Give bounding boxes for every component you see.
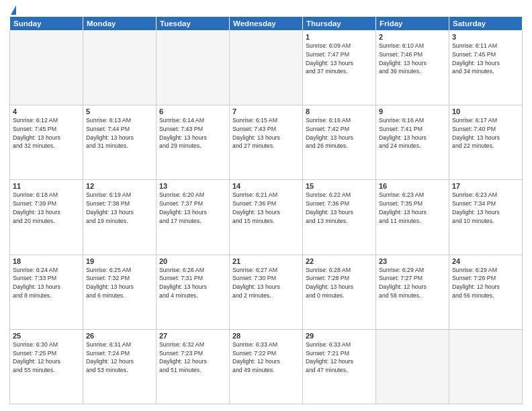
calendar-cell: 24Sunrise: 6:29 AMSunset: 7:26 PMDayligh… xyxy=(449,255,523,329)
day-info: Sunrise: 6:33 AMSunset: 7:21 PMDaylight:… xyxy=(306,340,373,375)
calendar-week-0: 1Sunrise: 6:09 AMSunset: 7:47 PMDaylight… xyxy=(10,31,523,105)
calendar-cell: 3Sunrise: 6:11 AMSunset: 7:45 PMDaylight… xyxy=(449,31,523,105)
day-info: Sunrise: 6:27 AMSunset: 7:30 PMDaylight:… xyxy=(232,266,300,300)
calendar-cell: 14Sunrise: 6:21 AMSunset: 7:36 PMDayligh… xyxy=(230,180,303,255)
day-number: 5 xyxy=(86,107,153,116)
day-info: Sunrise: 6:10 AMSunset: 7:46 PMDaylight:… xyxy=(379,42,446,76)
calendar-cell: 28Sunrise: 6:33 AMSunset: 7:22 PMDayligh… xyxy=(230,329,303,404)
day-info: Sunrise: 6:23 AMSunset: 7:34 PMDaylight:… xyxy=(452,191,519,225)
calendar-week-2: 11Sunrise: 6:18 AMSunset: 7:39 PMDayligh… xyxy=(10,180,523,255)
day-number: 9 xyxy=(379,107,446,116)
day-number: 26 xyxy=(86,332,153,340)
day-info: Sunrise: 6:32 AMSunset: 7:23 PMDaylight:… xyxy=(159,340,226,375)
day-number: 13 xyxy=(159,182,226,190)
calendar-cell: 26Sunrise: 6:31 AMSunset: 7:24 PMDayligh… xyxy=(83,329,157,404)
day-info: Sunrise: 6:21 AMSunset: 7:36 PMDaylight:… xyxy=(232,191,300,225)
calendar-cell xyxy=(230,31,303,105)
calendar-cell: 27Sunrise: 6:32 AMSunset: 7:23 PMDayligh… xyxy=(157,329,230,404)
day-number: 14 xyxy=(232,182,300,190)
calendar-cell: 17Sunrise: 6:23 AMSunset: 7:34 PMDayligh… xyxy=(449,180,523,255)
calendar-cell: 20Sunrise: 6:26 AMSunset: 7:31 PMDayligh… xyxy=(157,255,230,329)
calendar-cell: 1Sunrise: 6:09 AMSunset: 7:47 PMDaylight… xyxy=(303,31,376,105)
calendar-cell xyxy=(449,329,523,404)
day-info: Sunrise: 6:09 AMSunset: 7:47 PMDaylight:… xyxy=(306,42,373,76)
calendar-cell: 22Sunrise: 6:28 AMSunset: 7:28 PMDayligh… xyxy=(303,255,376,329)
calendar-cell: 16Sunrise: 6:23 AMSunset: 7:35 PMDayligh… xyxy=(376,180,449,255)
calendar-cell xyxy=(376,329,449,404)
day-number: 28 xyxy=(232,332,300,340)
calendar-cell: 23Sunrise: 6:29 AMSunset: 7:27 PMDayligh… xyxy=(376,255,449,329)
day-info: Sunrise: 6:12 AMSunset: 7:45 PMDaylight:… xyxy=(13,116,80,150)
day-number: 24 xyxy=(452,257,519,265)
calendar-cell xyxy=(10,31,83,105)
calendar-header-sunday: Sunday xyxy=(10,17,83,31)
day-number: 25 xyxy=(13,332,80,340)
day-number: 2 xyxy=(379,33,446,41)
day-number: 23 xyxy=(379,257,446,265)
day-info: Sunrise: 6:29 AMSunset: 7:26 PMDaylight:… xyxy=(452,266,519,300)
day-number: 22 xyxy=(306,257,373,265)
calendar-cell: 29Sunrise: 6:33 AMSunset: 7:21 PMDayligh… xyxy=(303,329,376,404)
calendar-cell: 19Sunrise: 6:25 AMSunset: 7:32 PMDayligh… xyxy=(83,255,157,329)
page: SundayMondayTuesdayWednesdayThursdayFrid… xyxy=(0,0,532,411)
day-number: 3 xyxy=(452,33,519,41)
calendar-header-saturday: Saturday xyxy=(449,17,523,31)
calendar-header-friday: Friday xyxy=(376,17,449,31)
day-number: 1 xyxy=(306,33,373,41)
calendar-cell: 15Sunrise: 6:22 AMSunset: 7:36 PMDayligh… xyxy=(303,180,376,255)
day-info: Sunrise: 6:30 AMSunset: 7:25 PMDaylight:… xyxy=(13,340,80,375)
logo xyxy=(9,7,16,15)
day-info: Sunrise: 6:23 AMSunset: 7:35 PMDaylight:… xyxy=(379,191,446,225)
calendar-cell: 8Sunrise: 6:16 AMSunset: 7:42 PMDaylight… xyxy=(303,105,376,180)
header xyxy=(9,7,523,15)
day-number: 8 xyxy=(306,107,373,116)
calendar-header-wednesday: Wednesday xyxy=(230,17,303,31)
day-number: 18 xyxy=(13,257,80,265)
day-number: 15 xyxy=(306,182,373,190)
day-number: 29 xyxy=(306,332,373,340)
calendar-cell: 7Sunrise: 6:15 AMSunset: 7:43 PMDaylight… xyxy=(230,105,303,180)
calendar-cell: 13Sunrise: 6:20 AMSunset: 7:37 PMDayligh… xyxy=(157,180,230,255)
calendar-cell: 10Sunrise: 6:17 AMSunset: 7:40 PMDayligh… xyxy=(449,105,523,180)
calendar-cell: 12Sunrise: 6:19 AMSunset: 7:38 PMDayligh… xyxy=(83,180,157,255)
day-info: Sunrise: 6:29 AMSunset: 7:27 PMDaylight:… xyxy=(379,266,446,300)
day-info: Sunrise: 6:33 AMSunset: 7:22 PMDaylight:… xyxy=(232,340,300,375)
calendar-header-row: SundayMondayTuesdayWednesdayThursdayFrid… xyxy=(10,17,523,31)
calendar-week-3: 18Sunrise: 6:24 AMSunset: 7:33 PMDayligh… xyxy=(10,255,523,329)
calendar-cell: 9Sunrise: 6:16 AMSunset: 7:41 PMDaylight… xyxy=(376,105,449,180)
calendar-cell: 4Sunrise: 6:12 AMSunset: 7:45 PMDaylight… xyxy=(10,105,83,180)
day-info: Sunrise: 6:26 AMSunset: 7:31 PMDaylight:… xyxy=(159,266,226,300)
calendar-cell: 11Sunrise: 6:18 AMSunset: 7:39 PMDayligh… xyxy=(10,180,83,255)
calendar-header-thursday: Thursday xyxy=(303,17,376,31)
day-number: 16 xyxy=(379,182,446,190)
calendar-cell: 25Sunrise: 6:30 AMSunset: 7:25 PMDayligh… xyxy=(10,329,83,404)
calendar-cell: 21Sunrise: 6:27 AMSunset: 7:30 PMDayligh… xyxy=(230,255,303,329)
day-info: Sunrise: 6:17 AMSunset: 7:40 PMDaylight:… xyxy=(452,116,519,150)
day-number: 21 xyxy=(232,257,300,265)
day-number: 20 xyxy=(159,257,226,265)
day-info: Sunrise: 6:16 AMSunset: 7:42 PMDaylight:… xyxy=(306,116,373,150)
day-info: Sunrise: 6:25 AMSunset: 7:32 PMDaylight:… xyxy=(86,266,153,300)
day-info: Sunrise: 6:22 AMSunset: 7:36 PMDaylight:… xyxy=(306,191,373,225)
day-info: Sunrise: 6:15 AMSunset: 7:43 PMDaylight:… xyxy=(232,116,300,150)
day-number: 17 xyxy=(452,182,519,190)
day-info: Sunrise: 6:31 AMSunset: 7:24 PMDaylight:… xyxy=(86,340,153,375)
day-number: 4 xyxy=(13,107,80,116)
calendar-week-4: 25Sunrise: 6:30 AMSunset: 7:25 PMDayligh… xyxy=(10,329,523,404)
calendar-cell xyxy=(83,31,157,105)
calendar-header-monday: Monday xyxy=(83,17,157,31)
calendar-cell xyxy=(157,31,230,105)
day-number: 12 xyxy=(86,182,153,190)
day-info: Sunrise: 6:20 AMSunset: 7:37 PMDaylight:… xyxy=(159,191,226,225)
calendar-cell: 6Sunrise: 6:14 AMSunset: 7:43 PMDaylight… xyxy=(157,105,230,180)
day-number: 27 xyxy=(159,332,226,340)
day-info: Sunrise: 6:19 AMSunset: 7:38 PMDaylight:… xyxy=(86,191,153,225)
day-number: 19 xyxy=(86,257,153,265)
calendar-cell: 5Sunrise: 6:13 AMSunset: 7:44 PMDaylight… xyxy=(83,105,157,180)
day-number: 7 xyxy=(232,107,300,116)
calendar-cell: 2Sunrise: 6:10 AMSunset: 7:46 PMDaylight… xyxy=(376,31,449,105)
day-number: 6 xyxy=(159,107,226,116)
day-info: Sunrise: 6:24 AMSunset: 7:33 PMDaylight:… xyxy=(13,266,80,300)
day-number: 10 xyxy=(452,107,519,116)
day-info: Sunrise: 6:28 AMSunset: 7:28 PMDaylight:… xyxy=(306,266,373,300)
